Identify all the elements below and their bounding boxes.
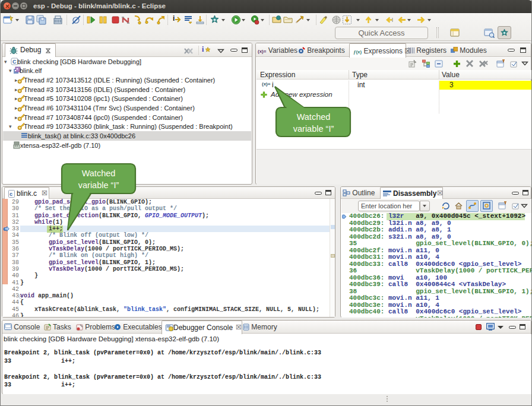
svg-text:c: c — [10, 191, 12, 197]
svg-text:Watched: Watched — [297, 112, 331, 122]
svg-text:variable “I”: variable “I” — [78, 180, 119, 190]
svg-text:Watched: Watched — [82, 169, 116, 178]
svg-text:C: C — [12, 59, 17, 65]
svg-text:variable “I”: variable “I” — [293, 124, 334, 134]
